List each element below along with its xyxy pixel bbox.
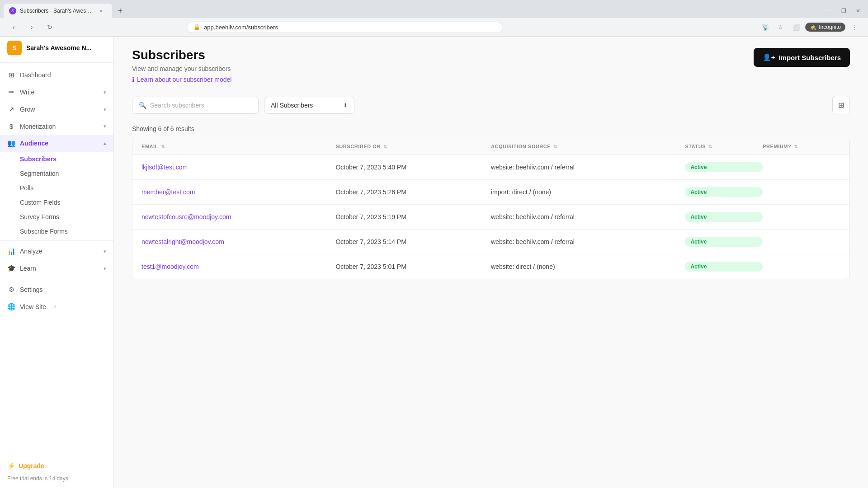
- sort-icon[interactable]: ⇅: [708, 144, 712, 149]
- th-email: EMAIL ⇅: [142, 144, 335, 149]
- table-row: newtestofcousre@moodjoy.com October 7, 2…: [132, 205, 849, 230]
- back-button[interactable]: ‹: [7, 21, 20, 33]
- minimize-button[interactable]: —: [823, 5, 835, 17]
- sidebar-item-subscribe-forms[interactable]: Subscribe Forms: [0, 224, 113, 239]
- sidebar-item-segmentation[interactable]: Segmentation: [0, 166, 113, 181]
- upgrade-button[interactable]: ⚡ Upgrade: [7, 459, 106, 473]
- url-bar[interactable]: 🔒 app.beehiiv.com/subscribers: [187, 22, 503, 33]
- analyze-icon: 📊: [7, 247, 15, 255]
- sidebar-item-subscribers[interactable]: Subscribers: [0, 152, 113, 166]
- table-header: EMAIL ⇅ SUBSCRIBED ON ⇅ ACQUISITION SOUR…: [132, 138, 849, 155]
- page-header: Subscribers View and manage your subscri…: [132, 48, 850, 83]
- import-subscribers-button[interactable]: 👤+ Import Subscribers: [754, 48, 850, 67]
- sidebar-header: S Sarah's Awesome N...: [0, 33, 113, 63]
- acquisition-cell: website: beehiiv.com / referral: [491, 238, 685, 245]
- sidebar-sub-label: Polls: [20, 184, 33, 192]
- sort-icon[interactable]: ⇅: [794, 144, 798, 149]
- bookmark-icon[interactable]: ☆: [774, 21, 787, 33]
- monetization-icon: $: [7, 122, 15, 130]
- subscriber-email[interactable]: newtestalright@moodjoy.com: [142, 238, 335, 245]
- columns-icon: ⊞: [838, 101, 844, 109]
- incognito-badge: 🕵 Incognito: [805, 23, 845, 32]
- sidebar-item-polls[interactable]: Polls: [0, 181, 113, 195]
- filter-select-value: All Subscribers: [271, 102, 313, 109]
- app-wrapper: S Sarah's Awesome N... ⊞ Dashboard ✏ Wri…: [0, 33, 868, 488]
- sidebar-item-custom-fields[interactable]: Custom Fields: [0, 195, 113, 210]
- tab-title: Subscribers - Sarah's Awesome ...: [20, 8, 94, 14]
- sidebar-item-dashboard[interactable]: ⊞ Dashboard: [0, 66, 113, 84]
- maximize-button[interactable]: ❐: [837, 5, 850, 17]
- sort-icon[interactable]: ⇅: [553, 144, 557, 149]
- learn-link-text: Learn about our subscriber model: [137, 76, 231, 83]
- info-icon: ℹ: [132, 76, 134, 83]
- audience-icon: 👥: [7, 139, 15, 147]
- table-row: test1@moodjoy.com October 7, 2023 5:01 P…: [132, 254, 849, 279]
- new-tab-button[interactable]: +: [114, 5, 127, 17]
- tab-close-button[interactable]: ×: [98, 7, 105, 14]
- search-box: 🔍: [132, 97, 259, 114]
- sidebar-sub-label: Segmentation: [20, 170, 59, 177]
- th-status: STATUS ⇅: [685, 144, 763, 149]
- forward-button[interactable]: ›: [25, 21, 38, 33]
- tab-bar: S Subscribers - Sarah's Awesome ... × + …: [0, 0, 868, 18]
- chevron-down-icon: ⬍: [343, 102, 348, 108]
- sidebar-sub-label: Survey Forms: [20, 213, 59, 221]
- import-btn-label: Import Subscribers: [778, 54, 841, 61]
- chevron-up-icon: ▴: [104, 141, 106, 146]
- sidebar-item-survey-forms[interactable]: Survey Forms: [0, 210, 113, 224]
- subscriber-email[interactable]: lkjlsdf@test.com: [142, 164, 335, 171]
- subscriber-email[interactable]: member@test.com: [142, 188, 335, 196]
- sidebar-item-label: Settings: [20, 286, 43, 293]
- page-subtitle: View and manage your subscribers: [132, 65, 231, 72]
- sidebar-item-label: Audience: [20, 140, 48, 147]
- subscribed-on-cell: October 7, 2023 5:40 PM: [335, 164, 491, 171]
- th-email-label: EMAIL: [142, 144, 158, 149]
- status-badge: Active: [685, 262, 763, 272]
- subscriber-filter-select[interactable]: All Subscribers ⬍: [264, 97, 354, 114]
- th-subscribed-label: SUBSCRIBED ON: [335, 144, 380, 149]
- sidebar-sub-label: Custom Fields: [20, 199, 60, 206]
- subscriber-email[interactable]: newtestofcousre@moodjoy.com: [142, 213, 335, 221]
- search-input[interactable]: [150, 102, 252, 109]
- learn-link[interactable]: ℹ Learn about our subscriber model: [132, 76, 231, 83]
- status-badge: Active: [685, 237, 763, 247]
- page-title-section: Subscribers View and manage your subscri…: [132, 48, 231, 83]
- profile-window-icon[interactable]: ⬜: [790, 21, 802, 33]
- import-icon: 👤+: [763, 53, 775, 61]
- menu-button[interactable]: ⋮: [848, 21, 861, 33]
- search-icon: 🔍: [139, 102, 146, 109]
- columns-button[interactable]: ⊞: [832, 96, 850, 114]
- sidebar-item-grow[interactable]: ↗ Grow ▾: [0, 101, 113, 118]
- sidebar-item-learn[interactable]: 🎓 Learn ▾: [0, 260, 113, 277]
- acquisition-cell: import: direct / (none): [491, 188, 685, 196]
- browser-action-buttons: 📡 ☆ ⬜ 🕵 Incognito ⋮: [759, 21, 861, 33]
- external-link-icon: ↗: [52, 305, 56, 310]
- sidebar-item-settings[interactable]: ⚙ Settings: [0, 281, 113, 298]
- chevron-down-icon: ▾: [104, 266, 106, 272]
- active-tab[interactable]: S Subscribers - Sarah's Awesome ... ×: [4, 4, 112, 18]
- grow-icon: ↗: [7, 105, 15, 113]
- subscriber-email[interactable]: test1@moodjoy.com: [142, 263, 335, 270]
- external-link-icon: 🌐: [7, 303, 15, 311]
- cast-icon[interactable]: 📡: [759, 21, 772, 33]
- status-badge: Active: [685, 212, 763, 222]
- subscribed-on-cell: October 7, 2023 5:26 PM: [335, 188, 491, 196]
- refresh-button[interactable]: ↻: [43, 21, 56, 33]
- th-acquisition-label: ACQUISITION SOURCE: [491, 144, 551, 149]
- close-window-button[interactable]: ✕: [852, 5, 864, 17]
- th-premium-label: PREMIUM?: [763, 144, 791, 149]
- sidebar-item-monetization[interactable]: $ Monetization ▾: [0, 118, 113, 135]
- nav-divider: [0, 240, 113, 241]
- window-controls: — ❐ ✕: [823, 5, 864, 17]
- sidebar-item-view-site[interactable]: 🌐 View Site ↗: [0, 298, 113, 315]
- sort-icon[interactable]: ⇅: [161, 144, 165, 149]
- chevron-down-icon: ▾: [104, 123, 106, 129]
- address-bar-container: ‹ › ↻ 🔒 app.beehiiv.com/subscribers 📡 ☆ …: [0, 18, 868, 37]
- sidebar-item-audience[interactable]: 👥 Audience ▴: [0, 135, 113, 152]
- sort-icon[interactable]: ⇅: [383, 144, 387, 149]
- acquisition-cell: website: beehiiv.com / referral: [491, 213, 685, 221]
- sidebar-item-analyze[interactable]: 📊 Analyze ▾: [0, 243, 113, 260]
- sidebar-nav: ⊞ Dashboard ✏ Write ▾ ↗ Grow ▾ $ Monetiz…: [0, 63, 113, 453]
- dashboard-icon: ⊞: [7, 71, 15, 79]
- sidebar-item-write[interactable]: ✏ Write ▾: [0, 84, 113, 101]
